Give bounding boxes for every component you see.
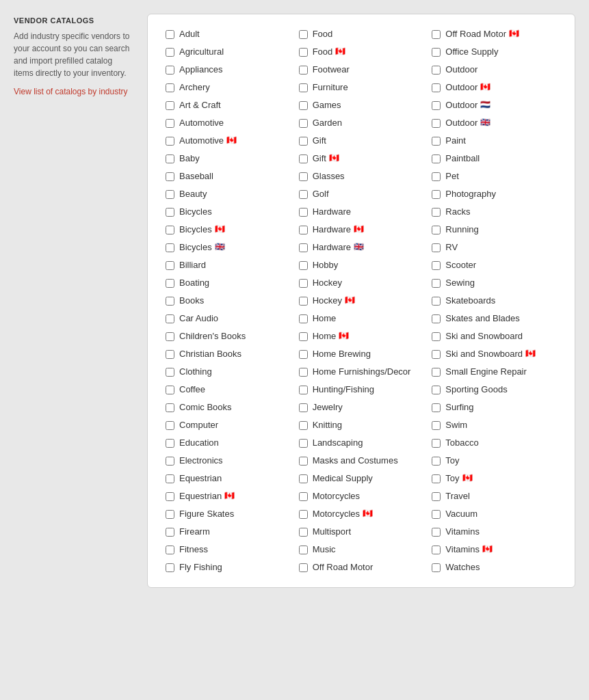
catalog-label: Food: [313, 29, 333, 40]
catalog-checkbox[interactable]: [432, 261, 441, 270]
catalog-checkbox[interactable]: [299, 403, 308, 412]
catalog-checkbox[interactable]: [299, 297, 308, 306]
catalog-item: Ski and Snowboard: [428, 327, 561, 345]
catalog-checkbox[interactable]: [299, 528, 308, 537]
catalog-checkbox[interactable]: [166, 48, 174, 57]
catalog-checkbox[interactable]: [166, 226, 174, 234]
catalog-checkbox[interactable]: [166, 297, 174, 306]
catalog-checkbox[interactable]: [432, 403, 441, 412]
catalog-checkbox[interactable]: [432, 243, 441, 252]
catalog-checkbox[interactable]: [299, 261, 308, 270]
catalog-checkbox[interactable]: [432, 101, 441, 110]
catalog-checkbox[interactable]: [166, 386, 174, 394]
catalog-checkbox[interactable]: [166, 332, 174, 341]
catalog-checkbox[interactable]: [432, 226, 441, 234]
catalog-checkbox[interactable]: [166, 492, 174, 501]
catalog-checkbox[interactable]: [166, 119, 174, 128]
catalog-checkbox[interactable]: [166, 510, 174, 519]
catalog-checkbox[interactable]: [166, 403, 174, 412]
catalog-checkbox[interactable]: [299, 30, 308, 39]
catalog-checkbox[interactable]: [166, 528, 174, 537]
catalog-checkbox[interactable]: [166, 563, 174, 572]
catalog-checkbox[interactable]: [166, 83, 174, 92]
catalog-checkbox[interactable]: [299, 154, 308, 163]
catalog-checkbox[interactable]: [432, 279, 441, 288]
catalog-checkbox[interactable]: [299, 243, 308, 252]
catalog-checkbox[interactable]: [432, 48, 441, 57]
catalog-checkbox[interactable]: [432, 154, 441, 163]
view-catalogs-link[interactable]: View list of catalogs by industry: [14, 87, 128, 96]
catalog-checkbox[interactable]: [432, 386, 441, 394]
catalog-checkbox[interactable]: [299, 546, 308, 554]
catalog-checkbox[interactable]: [432, 314, 441, 323]
catalog-checkbox[interactable]: [166, 101, 174, 110]
catalog-checkbox[interactable]: [432, 66, 441, 75]
catalog-checkbox[interactable]: [299, 439, 308, 448]
catalog-checkbox[interactable]: [166, 137, 174, 146]
catalog-checkbox[interactable]: [166, 30, 174, 39]
catalog-item: Equestrian🇨🇦: [161, 487, 295, 505]
catalog-item: Pet: [428, 167, 561, 185]
catalog-checkbox[interactable]: [299, 421, 308, 430]
catalog-checkbox[interactable]: [166, 314, 174, 323]
catalog-checkbox[interactable]: [166, 457, 174, 466]
catalog-checkbox[interactable]: [166, 439, 174, 448]
catalog-checkbox[interactable]: [166, 261, 174, 270]
catalog-checkbox[interactable]: [299, 314, 308, 323]
catalog-checkbox[interactable]: [299, 386, 308, 394]
catalog-checkbox[interactable]: [432, 208, 441, 217]
catalog-checkbox[interactable]: [432, 332, 441, 341]
catalog-checkbox[interactable]: [166, 208, 174, 217]
catalog-checkbox[interactable]: [299, 279, 308, 288]
catalog-checkbox[interactable]: [432, 190, 441, 199]
catalog-checkbox[interactable]: [166, 66, 174, 75]
catalog-checkbox[interactable]: [166, 172, 174, 181]
catalog-checkbox[interactable]: [299, 101, 308, 110]
catalog-checkbox[interactable]: [432, 528, 441, 537]
catalog-checkbox[interactable]: [432, 474, 441, 483]
catalog-checkbox[interactable]: [299, 474, 308, 483]
catalog-checkbox[interactable]: [166, 546, 174, 554]
catalog-checkbox[interactable]: [432, 421, 441, 430]
catalog-checkbox[interactable]: [299, 350, 308, 359]
catalog-checkbox[interactable]: [432, 439, 441, 448]
catalog-checkbox[interactable]: [432, 368, 441, 377]
catalog-checkbox[interactable]: [166, 243, 174, 252]
catalog-checkbox[interactable]: [432, 172, 441, 181]
catalog-checkbox[interactable]: [432, 137, 441, 146]
catalog-checkbox[interactable]: [166, 190, 174, 199]
catalog-checkbox[interactable]: [166, 368, 174, 377]
catalog-checkbox[interactable]: [166, 279, 174, 288]
catalog-checkbox[interactable]: [299, 332, 308, 341]
catalog-checkbox[interactable]: [299, 66, 308, 75]
catalog-checkbox[interactable]: [299, 83, 308, 92]
catalog-checkbox[interactable]: [432, 83, 441, 92]
catalog-checkbox[interactable]: [432, 546, 441, 554]
catalog-checkbox[interactable]: [299, 368, 308, 377]
catalog-checkbox[interactable]: [299, 190, 308, 199]
catalog-checkbox[interactable]: [299, 563, 308, 572]
catalog-checkbox[interactable]: [166, 154, 174, 163]
catalog-checkbox[interactable]: [432, 510, 441, 519]
catalog-checkbox[interactable]: [432, 297, 441, 306]
catalog-item: Golf: [295, 185, 428, 203]
catalog-checkbox[interactable]: [299, 457, 308, 466]
catalog-checkbox[interactable]: [432, 492, 441, 501]
catalog-checkbox[interactable]: [432, 119, 441, 128]
catalog-checkbox[interactable]: [299, 510, 308, 519]
catalog-checkbox[interactable]: [166, 421, 174, 430]
catalog-checkbox[interactable]: [166, 350, 174, 359]
catalog-checkbox[interactable]: [299, 48, 308, 57]
catalog-checkbox[interactable]: [299, 137, 308, 146]
catalog-checkbox[interactable]: [432, 350, 441, 359]
catalog-checkbox[interactable]: [432, 563, 441, 572]
catalog-checkbox[interactable]: [166, 474, 174, 483]
catalog-checkbox[interactable]: [299, 119, 308, 128]
catalog-checkbox[interactable]: [299, 492, 308, 501]
catalog-checkbox[interactable]: [432, 457, 441, 466]
catalog-checkbox[interactable]: [299, 172, 308, 181]
catalog-item: Toy🇨🇦: [428, 470, 561, 487]
catalog-checkbox[interactable]: [299, 208, 308, 217]
catalog-checkbox[interactable]: [432, 30, 441, 39]
catalog-checkbox[interactable]: [299, 226, 308, 234]
